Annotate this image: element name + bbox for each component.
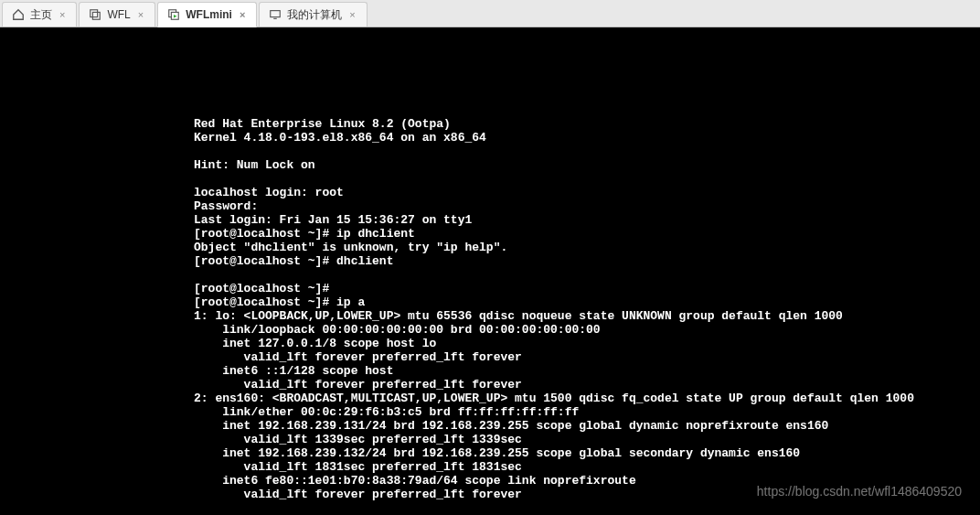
close-icon[interactable]: × xyxy=(238,9,247,20)
stack-play-icon xyxy=(167,8,180,21)
close-icon[interactable]: × xyxy=(347,9,357,20)
tab-label: 我的计算机 xyxy=(287,7,342,23)
tab-label: 主页 xyxy=(30,7,52,23)
tab-bar: 主页 × WFL × WFLmini × 我的计算机 × xyxy=(0,0,980,27)
tab-label: WFL xyxy=(107,8,130,21)
tab-my-computer[interactable]: 我的计算机 × xyxy=(259,2,367,27)
home-icon xyxy=(12,8,25,21)
tab-wflmini[interactable]: WFLmini × xyxy=(157,2,257,27)
close-icon[interactable]: × xyxy=(58,9,67,20)
terminal-output[interactable]: Red Hat Enterprise Linux 8.2 (Ootpa) Ker… xyxy=(0,27,980,501)
svg-rect-1 xyxy=(93,12,101,19)
svg-rect-0 xyxy=(91,10,98,17)
close-icon[interactable]: × xyxy=(136,9,145,20)
tab-label: WFLmini xyxy=(186,8,232,21)
tab-wfl[interactable]: WFL × xyxy=(79,2,155,27)
stack-icon xyxy=(89,8,101,21)
tab-home[interactable]: 主页 × xyxy=(2,2,77,27)
monitor-icon xyxy=(269,8,282,21)
watermark-text: https://blog.csdn.net/wfl1486409520 xyxy=(757,484,962,499)
svg-rect-4 xyxy=(271,11,281,17)
